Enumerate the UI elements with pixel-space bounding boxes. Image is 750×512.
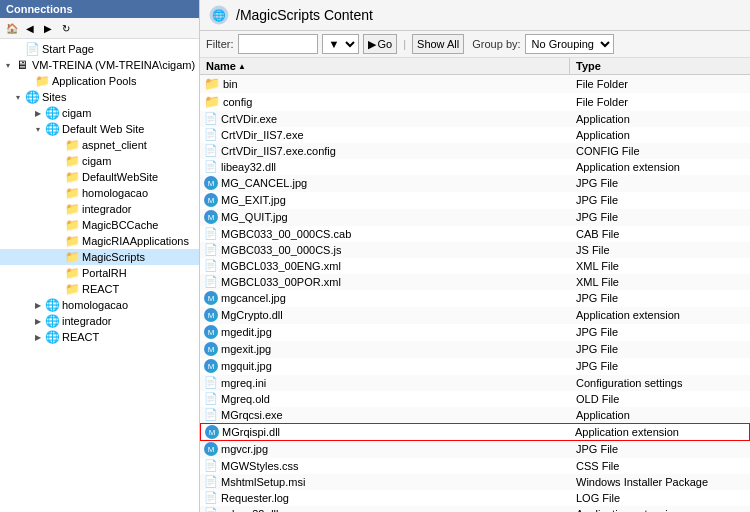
svg-text:🌐: 🌐 — [212, 8, 226, 22]
file-row[interactable]: Mmgvcr.jpgJPG File — [200, 441, 750, 458]
content-header: 🌐 /MagicScripts Content — [200, 0, 750, 31]
file-row[interactable]: 📄MshtmlSetup.msiWindows Installer Packag… — [200, 474, 750, 490]
file-icon: 📄 — [204, 243, 218, 256]
file-name: Requester.log — [221, 492, 289, 504]
file-icon: 📄 — [204, 408, 218, 421]
tree-toggle-defaultwebsite[interactable]: ▾ — [32, 123, 44, 135]
file-row[interactable]: 📄CrtVDir.exeApplication — [200, 111, 750, 127]
file-row[interactable]: 📄mgreq.iniConfiguration settings — [200, 375, 750, 391]
file-row[interactable]: 📄libeay32.dllApplication extension — [200, 159, 750, 175]
file-list-body: 📁binFile Folder📁configFile Folder📄CrtVDi… — [200, 75, 750, 512]
forward-icon[interactable]: ▶ — [40, 20, 56, 36]
file-type: JPG File — [570, 342, 750, 356]
tree-item-startpage[interactable]: 📄Start Page — [0, 41, 199, 57]
tree-item-vmtreina[interactable]: ▾🖥VM-TREINA (VM-TREINA\cigam) — [0, 57, 199, 73]
type-column-header[interactable]: Type — [570, 58, 750, 74]
home-icon[interactable]: 🏠 — [4, 20, 20, 36]
folder-icon: 📁 — [204, 94, 220, 109]
tree-item-defaultwebsite2[interactable]: 📁DefaultWebSite — [0, 169, 199, 185]
tree-toggle-react2[interactable]: ▶ — [32, 331, 44, 343]
filter-dropdown[interactable]: ▼ — [322, 34, 359, 54]
tree-item-defaultwebsite[interactable]: ▾🌐Default Web Site — [0, 121, 199, 137]
file-row[interactable]: MMGrqispi.dllApplication extension — [200, 423, 750, 441]
file-icon: 📄 — [204, 144, 218, 157]
file-row[interactable]: 📄MGBC033_00_000CS.cabCAB File — [200, 226, 750, 242]
tree-item-magicria[interactable]: 📁MagicRIAApplications — [0, 233, 199, 249]
tree-item-cigam[interactable]: ▶🌐cigam — [0, 105, 199, 121]
tree-toggle-vmtreina[interactable]: ▾ — [2, 59, 14, 71]
tree-item-react[interactable]: 📁REACT — [0, 281, 199, 297]
back-icon[interactable]: ◀ — [22, 20, 38, 36]
file-row[interactable]: 📄MGBC033_00_000CS.jsJS File — [200, 242, 750, 258]
name-column-header[interactable]: Name ▲ — [200, 58, 570, 74]
tree-label-homologacao2: homologacao — [62, 299, 128, 311]
file-row[interactable]: 📄Mgreq.oldOLD File — [200, 391, 750, 407]
tree-label-cigam: cigam — [62, 107, 91, 119]
file-name: mgreq.ini — [221, 377, 266, 389]
filter-bar: Filter: ▼ ▶ Go | Show All Group by: No G… — [200, 31, 750, 58]
tree-label-sites: Sites — [42, 91, 66, 103]
file-type: Application extension — [570, 160, 750, 174]
tree-item-magicbcache[interactable]: 📁MagicBCCache — [0, 217, 199, 233]
tree-item-apppools[interactable]: 📁Application Pools — [0, 73, 199, 89]
file-row[interactable]: Mmgcancel.jpgJPG File — [200, 290, 750, 307]
file-name: MGrqispi.dll — [222, 426, 280, 438]
file-row[interactable]: 📄CrtVDir_IIS7.exe.configCONFIG File — [200, 143, 750, 159]
file-row[interactable]: Mmgquit.jpgJPG File — [200, 358, 750, 375]
tree-item-cigam2[interactable]: 📁cigam — [0, 153, 199, 169]
tree-item-integrador[interactable]: 📁integrador — [0, 201, 199, 217]
file-type: Configuration settings — [570, 376, 750, 390]
file-name: ssleay32.dll — [221, 508, 278, 513]
tree-label-magicbcache: MagicBCCache — [82, 219, 158, 231]
file-icon: 📄 — [204, 227, 218, 240]
tree-item-magicscripts[interactable]: 📁MagicScripts — [0, 249, 199, 265]
file-row[interactable]: 📄MGBCL033_00POR.xmlXML File — [200, 274, 750, 290]
tree-item-aspnet_client[interactable]: 📁aspnet_client — [0, 137, 199, 153]
file-row[interactable]: MMgCrypto.dllApplication extension — [200, 307, 750, 324]
file-row[interactable]: 📄MGBCL033_00ENG.xmlXML File — [200, 258, 750, 274]
file-row[interactable]: Mmgexit.jpgJPG File — [200, 341, 750, 358]
file-row[interactable]: 📄CrtVDir_IIS7.exeApplication — [200, 127, 750, 143]
tree-label-react2: REACT — [62, 331, 99, 343]
tree-toggle-cigam[interactable]: ▶ — [32, 107, 44, 119]
file-row[interactable]: MMG_QUIT.jpgJPG File — [200, 209, 750, 226]
content-icon: 🌐 — [208, 4, 230, 26]
file-type: XML File — [570, 275, 750, 289]
go-button[interactable]: ▶ Go — [363, 34, 398, 54]
file-row[interactable]: 📄Requester.logLOG File — [200, 490, 750, 506]
tree-item-portalrh[interactable]: 📁PortalRH — [0, 265, 199, 281]
tree-label-magicscripts: MagicScripts — [82, 251, 145, 263]
file-row[interactable]: 📄MGrqcsi.exeApplication — [200, 407, 750, 423]
tree-toggle-sites[interactable]: ▾ — [12, 91, 24, 103]
tree-toggle-magicscripts — [52, 251, 64, 263]
refresh-icon[interactable]: ↻ — [58, 20, 74, 36]
tree-item-homologacao2[interactable]: ▶🌐homologacao — [0, 297, 199, 313]
tree-item-homologacao[interactable]: 📁homologacao — [0, 185, 199, 201]
show-all-button[interactable]: Show All — [412, 34, 464, 54]
file-row[interactable]: 📁configFile Folder — [200, 93, 750, 111]
groupby-dropdown[interactable]: No Grouping — [525, 34, 614, 54]
tree-label-defaultwebsite2: DefaultWebSite — [82, 171, 158, 183]
file-name: MGBCL033_00ENG.xml — [221, 260, 341, 272]
file-name: CrtVDir_IIS7.exe — [221, 129, 304, 141]
file-row[interactable]: Mmgedit.jpgJPG File — [200, 324, 750, 341]
file-row[interactable]: MMG_EXIT.jpgJPG File — [200, 192, 750, 209]
tree-toggle-aspnet_client — [52, 139, 64, 151]
file-row[interactable]: 📁binFile Folder — [200, 75, 750, 93]
tree-label-startpage: Start Page — [42, 43, 94, 55]
tree-toggle-magicria — [52, 235, 64, 247]
file-row[interactable]: 📄MGWStyles.cssCSS File — [200, 458, 750, 474]
app-icon: M — [204, 176, 218, 190]
tree-label-homologacao: homologacao — [82, 187, 148, 199]
file-name: MshtmlSetup.msi — [221, 476, 305, 488]
tree-item-react2[interactable]: ▶🌐REACT — [0, 329, 199, 345]
file-row[interactable]: MMG_CANCEL.jpgJPG File — [200, 175, 750, 192]
tree-toggle-integrador2[interactable]: ▶ — [32, 315, 44, 327]
tree-toggle-cigam2 — [52, 155, 64, 167]
filter-input[interactable] — [238, 34, 318, 54]
file-row[interactable]: 📄ssleay32.dllApplication extension — [200, 506, 750, 512]
tree-label-apppools: Application Pools — [52, 75, 136, 87]
tree-toggle-homologacao2[interactable]: ▶ — [32, 299, 44, 311]
tree-item-integrador2[interactable]: ▶🌐integrador — [0, 313, 199, 329]
tree-item-sites[interactable]: ▾🌐Sites — [0, 89, 199, 105]
